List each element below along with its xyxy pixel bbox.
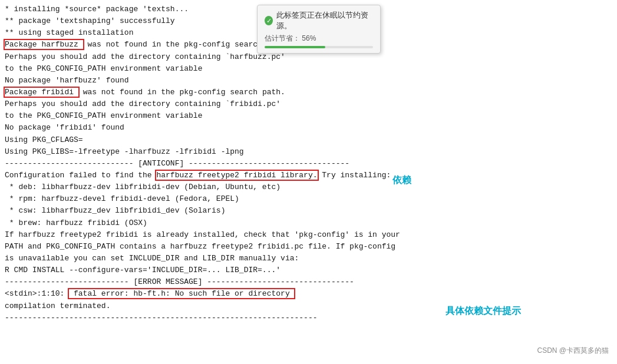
terminal-line: --------------------------- [ERROR MESSA… <box>5 276 612 288</box>
highlight-fribidi: Package fribidi <box>5 88 78 97</box>
terminal-line: R CMD INSTALL --configure-vars='INCLUDE_… <box>5 264 612 276</box>
terminal-line: is unavailable you can set INCLUDE_DIR a… <box>5 253 612 264</box>
terminal-line: ---------------------------- [ANTICONF] … <box>5 158 612 170</box>
terminal-line: Using PKG_LIBS=-lfreetype -lharfbuzz -lf… <box>5 146 612 158</box>
terminal-line: Configuration failed to find the harfbuz… <box>5 170 612 181</box>
tooltip-check-icon <box>265 16 273 25</box>
highlight-harfbuzz: Package harfbuzz <box>5 40 83 49</box>
tooltip-title: 此标签页正在休眠以节约资源。 <box>276 10 373 31</box>
terminal-line: Using PKG_CFLAGS= <box>5 134 612 146</box>
terminal-line: Perhaps you should add the directory con… <box>5 98 612 110</box>
highlight-fatal-error: fatal error: hb-ft.h: No such file or di… <box>69 289 294 298</box>
terminal-area: * installing *source* package 'textsh...… <box>0 0 617 364</box>
csdn-watermark: CSDN @卡西莫多的猫 <box>537 346 609 356</box>
terminal-line: PATH and PKG_CONFIG_PATH contains a harf… <box>5 241 612 253</box>
annotation-yilai: 依赖 <box>392 174 411 187</box>
tooltip-progress-label: 估计节省： <box>265 34 300 42</box>
tooltip-progress-value: 56% <box>302 34 316 42</box>
tooltip-progress-bar-bg <box>265 46 373 48</box>
terminal-line: No package 'harfbuzz' found <box>5 75 612 87</box>
terminal-line: compilation terminated. <box>5 300 612 312</box>
terminal-line: ----------------------------------------… <box>5 312 612 324</box>
tooltip-progress-bar-fill <box>265 46 325 48</box>
annotation-juti: 具体依赖文件提示 <box>446 305 521 317</box>
terminal-line: * rpm: harfbuzz-devel fribidi-devel (Fed… <box>5 193 612 205</box>
terminal-line: * csw: libharfbuzz_dev libfribidi_dev (S… <box>5 205 612 217</box>
terminal-line: If harfbuzz freetype2 fribidi is already… <box>5 229 612 241</box>
terminal-line: <stdin>:1:10: fatal error: hb-ft.h: No s… <box>5 288 612 300</box>
sleep-tooltip: 此标签页正在休眠以节约资源。 估计节省： 56% <box>257 5 381 54</box>
terminal-line: Package fribidi was not found in the pkg… <box>5 87 612 98</box>
terminal-line: to the PKG_CONFIG_PATH environment varia… <box>5 110 612 122</box>
highlight-library: harfbuzz freetype2 fribidi library. <box>156 171 317 180</box>
terminal-line: * deb: libharfbuzz-dev libfribidi-dev (D… <box>5 181 612 193</box>
terminal-line: * brew: harfbuzz fribidi (OSX) <box>5 217 612 229</box>
terminal-line: No package 'fribidi' found <box>5 122 612 134</box>
terminal-line: to the PKG_CONFIG_PATH environment varia… <box>5 63 612 75</box>
